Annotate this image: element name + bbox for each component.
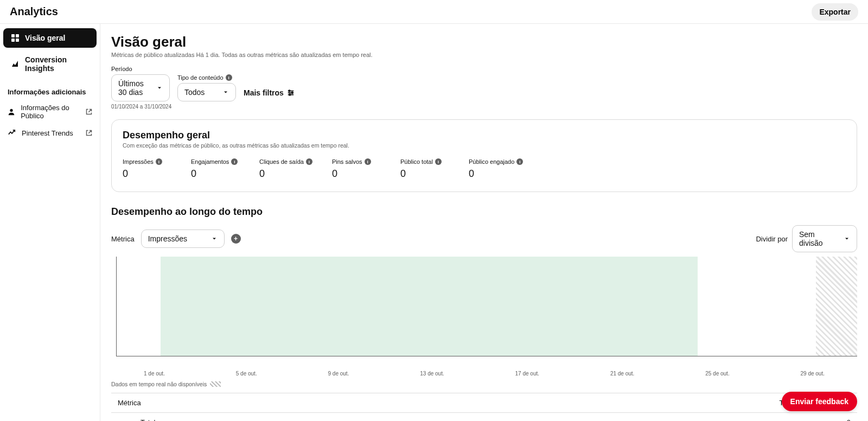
x-tick-label: 13 de out. xyxy=(420,371,444,377)
period-select[interactable]: Últimos 30 dias xyxy=(111,74,170,101)
info-icon[interactable]: i xyxy=(516,158,523,165)
x-tick-label: 9 de out. xyxy=(328,371,349,377)
divide-by-label: Dividir por xyxy=(756,235,788,243)
metric-table: Métrica Total de impressões i Total 0 xyxy=(111,393,857,421)
metrics-row: Impressões i 0 Engajamentos i 0 Cliques … xyxy=(123,158,846,180)
content-type-select[interactable]: Todos xyxy=(177,83,236,101)
x-tick-label: 29 de out. xyxy=(801,371,825,377)
sidebar-item-label: Conversion Insights xyxy=(25,55,89,73)
trends-icon xyxy=(8,129,16,137)
external-link-icon xyxy=(86,130,92,136)
metric-value: 0 xyxy=(259,168,312,180)
metric-item[interactable]: Cliques de saída i 0 xyxy=(259,158,312,180)
sidebar-link-trends[interactable]: Pinterest Trends xyxy=(0,124,100,142)
metric-label: Público engajado i xyxy=(469,158,523,165)
metric-table-row: Total 0 xyxy=(111,413,857,421)
sidebar-link-label: Pinterest Trends xyxy=(22,129,73,137)
sidebar-link-audience[interactable]: Informações do Público xyxy=(0,99,100,124)
top-bar: Analytics Exportar xyxy=(0,0,868,24)
conversion-icon xyxy=(11,60,20,68)
metric-value: 0 xyxy=(469,168,523,180)
page-title: Visão geral xyxy=(111,34,857,50)
app-title: Analytics xyxy=(10,5,58,18)
add-metric-button[interactable]: + xyxy=(231,234,241,244)
page-subtitle: Métricas de público atualizadas Há 1 dia… xyxy=(111,52,857,58)
period-value: Últimos 30 dias xyxy=(118,79,151,97)
hatch-legend-icon xyxy=(210,381,221,387)
metric-table-head-left: Métrica xyxy=(118,399,141,407)
info-icon[interactable]: i xyxy=(435,158,442,165)
info-icon[interactable]: i xyxy=(365,158,371,165)
main-content: Visão geral Métricas de público atualiza… xyxy=(100,24,868,421)
x-tick-label: 5 de out. xyxy=(236,371,257,377)
x-tick-label: 25 de out. xyxy=(705,371,729,377)
metric-label: Impressões i xyxy=(123,158,171,165)
realtime-note: Dados em tempo real não disponíveis xyxy=(111,381,857,387)
sidebar-item-label: Visão geral xyxy=(25,34,65,42)
send-feedback-button[interactable]: Enviar feedback xyxy=(782,392,857,411)
chevron-down-icon xyxy=(211,235,218,242)
svg-rect-2 xyxy=(11,39,15,42)
performance-title: Desempenho geral xyxy=(123,130,846,141)
sidebar-section-title: Informações adicionais xyxy=(0,80,100,99)
divide-by-value: Sem divisão xyxy=(799,230,838,247)
more-filters-button[interactable]: Mais filtros xyxy=(244,84,295,101)
x-tick-label: 21 de out. xyxy=(610,371,634,377)
date-range-text: 01/10/2024 a 31/10/2024 xyxy=(111,104,857,110)
metric-item[interactable]: Engajamentos i 0 xyxy=(191,158,240,180)
chart-x-ticks: 1 de out.5 de out.9 de out.13 de out.17 … xyxy=(111,367,857,377)
filters-icon xyxy=(287,89,295,97)
metric-item[interactable]: Impressões i 0 xyxy=(123,158,171,180)
svg-point-7 xyxy=(289,94,291,95)
external-link-icon xyxy=(86,109,92,115)
metric-row-value: 0 xyxy=(847,418,851,421)
period-label: Período xyxy=(111,66,170,72)
metric-item[interactable]: Público engajado i 0 xyxy=(469,158,523,180)
info-icon[interactable]: i xyxy=(306,158,312,165)
metric-select[interactable]: Impressões xyxy=(141,229,225,248)
metric-label: Engajamentos i xyxy=(191,158,240,165)
more-filters-label: Mais filtros xyxy=(244,88,284,97)
x-tick-label: 17 de out. xyxy=(515,371,539,377)
metric-value: 0 xyxy=(123,168,171,180)
metric-label: Pins salvos i xyxy=(332,158,381,165)
sidebar-item-overview[interactable]: Visão geral xyxy=(3,28,97,48)
sidebar-link-label: Informações do Público xyxy=(21,104,86,120)
svg-point-6 xyxy=(291,92,293,94)
metric-item[interactable]: Pins salvos i 0 xyxy=(332,158,381,180)
metric-value: 0 xyxy=(191,168,240,180)
chevron-down-icon xyxy=(844,235,850,242)
sidebar: Visão geral Conversion Insights Informaç… xyxy=(0,24,100,421)
metric-row-label: Total xyxy=(141,418,155,421)
metric-item[interactable]: Público total i 0 xyxy=(400,158,449,180)
person-icon xyxy=(8,107,15,116)
performance-subtitle: Com exceção das métricas de público, as … xyxy=(123,142,846,149)
time-controls: Métrica Impressões + Dividir por Sem div… xyxy=(111,225,857,252)
svg-rect-3 xyxy=(16,39,19,42)
svg-point-5 xyxy=(289,90,290,92)
performance-card: Desempenho geral Com exceção das métrica… xyxy=(111,119,857,192)
info-icon[interactable]: i xyxy=(231,158,238,165)
svg-rect-1 xyxy=(16,34,19,37)
info-icon[interactable]: i xyxy=(156,158,162,165)
metric-filter-label: Métrica xyxy=(111,235,135,243)
metric-select-value: Impressões xyxy=(148,234,187,243)
sidebar-item-conversion[interactable]: Conversion Insights xyxy=(3,50,97,78)
chart-x-axis xyxy=(117,356,857,356)
export-button[interactable]: Exportar xyxy=(812,3,858,21)
metric-value: 0 xyxy=(332,168,381,180)
chart-y-axis xyxy=(111,257,117,356)
metric-label: Público total i xyxy=(400,158,449,165)
metric-label: Cliques de saída i xyxy=(259,158,312,165)
info-icon[interactable]: i xyxy=(226,74,232,81)
content-type-label: Tipo de conteúdo i xyxy=(177,74,236,81)
divide-by-select[interactable]: Sem divisão xyxy=(792,225,857,252)
time-performance-title: Desempenho ao longo do tempo xyxy=(111,206,857,218)
filters-row: Período Últimos 30 dias Tipo de conteúdo… xyxy=(111,66,857,101)
chevron-down-icon xyxy=(156,85,163,91)
svg-rect-0 xyxy=(11,34,15,37)
time-chart xyxy=(111,257,857,364)
chevron-down-icon xyxy=(222,89,229,95)
svg-point-4 xyxy=(10,109,12,112)
content-type-value: Todos xyxy=(184,88,205,97)
